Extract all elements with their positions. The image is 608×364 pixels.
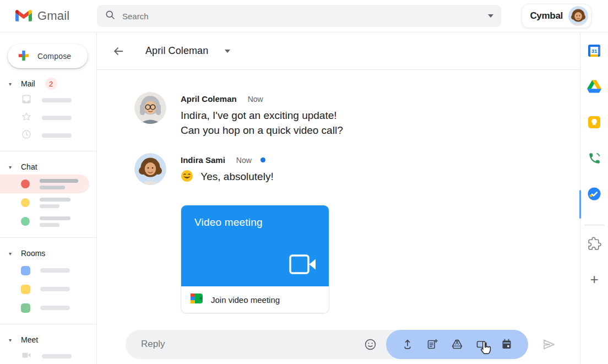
message-text-line: Can you hop on a quick video call? — [181, 123, 343, 138]
search-icon — [105, 9, 116, 23]
star-icon — [21, 111, 32, 124]
account-brand-name: Cymbal — [530, 10, 563, 21]
google-calendar-icon[interactable]: 31 — [587, 44, 601, 58]
apps-side-rail: 31 + — [580, 32, 608, 364]
emoji-button[interactable] — [361, 335, 379, 354]
skeleton-bar — [42, 116, 72, 120]
mail-section-label: Mail — [21, 79, 35, 88]
rail-divider — [584, 225, 604, 225]
message-time: Now — [236, 156, 252, 165]
mail-item-snoozed[interactable] — [0, 127, 96, 144]
video-meeting-card[interactable]: Video meeting — [181, 205, 329, 313]
upload-button[interactable] — [398, 335, 417, 354]
scrollbar-thumb[interactable] — [579, 190, 581, 219]
conversation-panel: April Coleman — [97, 32, 580, 364]
top-bar: Gmail Cymbal — [0, 0, 608, 32]
video-call-button[interactable] — [473, 335, 491, 354]
mail-item-inbox[interactable] — [0, 91, 96, 109]
chat-section-label: Chat — [21, 162, 37, 171]
send-button[interactable] — [539, 335, 558, 354]
search-options-chevron-icon[interactable] — [488, 14, 493, 18]
chat-item[interactable] — [0, 212, 96, 231]
room-item[interactable] — [0, 298, 96, 317]
skeleton-bar — [40, 287, 70, 291]
gmail-logo[interactable]: Gmail — [0, 9, 97, 24]
reply-field[interactable] — [126, 330, 528, 359]
meet-section-label: Meet — [21, 335, 38, 344]
phone-call-icon[interactable] — [587, 151, 601, 165]
skeleton-bar — [40, 223, 59, 227]
skeleton-bar — [40, 186, 65, 189]
room-item[interactable] — [0, 261, 96, 280]
message: April Coleman Now Indira, I've got an ex… — [134, 92, 580, 138]
google-drive-icon[interactable] — [587, 79, 601, 94]
video-camera-icon — [21, 350, 32, 363]
mail-item-starred[interactable] — [0, 109, 96, 127]
compose-button[interactable]: Compose — [8, 44, 88, 68]
chat-section-header[interactable]: ▾ Chat — [0, 159, 96, 175]
join-video-meeting-button[interactable]: Join video meeting — [181, 286, 329, 313]
skeleton-bar — [40, 268, 70, 273]
meet-section-header[interactable]: ▾ Meet — [0, 332, 96, 347]
search-bar[interactable] — [97, 5, 501, 27]
unread-dot — [260, 157, 265, 162]
skeleton-bar — [42, 354, 72, 358]
chat-avatar-green — [21, 217, 30, 226]
mail-section-header[interactable]: ▾ Mail 2 — [0, 76, 96, 91]
reply-input[interactable] — [141, 339, 361, 350]
sidebar-divider — [0, 151, 96, 151]
gmail-wordmark: Gmail — [37, 9, 69, 23]
conversation-title: April Coleman — [145, 45, 208, 57]
puzzle-addon-icon[interactable] — [587, 236, 601, 251]
message-text: Yes, absolutely! — [200, 171, 273, 182]
conversation-header: April Coleman — [97, 32, 580, 70]
chevron-down-icon: ▾ — [9, 81, 21, 87]
chat-item-selected[interactable] — [0, 175, 89, 193]
message-sender: Indira Sami — [181, 155, 225, 165]
add-panel-button[interactable]: + — [587, 272, 601, 286]
join-video-meeting-label: Join video meeting — [211, 295, 280, 305]
clock-icon — [21, 129, 32, 142]
skeleton-bar — [42, 133, 72, 138]
attachment-toolbar-highlight — [386, 330, 528, 359]
chevron-down-icon: ▾ — [9, 164, 21, 170]
room-avatar-blue — [21, 266, 30, 275]
skeleton-bar — [40, 204, 59, 208]
rooms-section-header[interactable]: ▾ Rooms — [0, 246, 96, 261]
grinning-emoji-icon — [181, 173, 196, 184]
message-sender: April Coleman — [181, 94, 237, 104]
new-document-button[interactable] — [423, 335, 442, 354]
left-sidebar: Compose ▾ Mail 2 ▾ Chat — [0, 32, 97, 364]
conversation-menu-chevron-icon[interactable] — [225, 50, 230, 53]
chevron-down-icon: ▾ — [9, 251, 21, 257]
room-avatar-yellow — [21, 285, 30, 294]
chat-avatar-yellow — [21, 198, 30, 207]
search-input[interactable] — [122, 12, 488, 21]
skeleton-bar — [40, 306, 70, 310]
back-button[interactable] — [109, 42, 128, 61]
message-list: April Coleman Now Indira, I've got an ex… — [97, 70, 580, 313]
avatar — [134, 153, 166, 185]
account-avatar — [568, 6, 588, 26]
plus-icon: + — [590, 272, 598, 286]
room-avatar-green — [21, 303, 30, 313]
inbox-icon — [21, 94, 32, 107]
google-keep-icon[interactable] — [587, 115, 601, 129]
skeleton-bar — [40, 198, 70, 202]
gmail-m-icon — [15, 9, 32, 24]
message: Indira Sami Now Yes, absolutely! — [134, 153, 580, 186]
account-button[interactable]: Cymbal — [522, 4, 591, 28]
google-tasks-icon[interactable] — [587, 187, 601, 201]
chat-item[interactable] — [0, 193, 96, 212]
room-item[interactable] — [0, 280, 96, 298]
video-camera-icon — [289, 254, 317, 276]
sidebar-divider — [0, 324, 96, 324]
message-text-line: Indira, I've got an exciting update! — [181, 108, 343, 123]
avatar — [134, 92, 166, 124]
meet-item[interactable] — [0, 347, 96, 364]
drive-attach-button[interactable] — [448, 335, 466, 354]
mail-unread-badge: 2 — [45, 78, 57, 90]
calendar-invite-button[interactable] — [497, 335, 516, 354]
google-meet-icon — [190, 292, 203, 307]
video-meeting-card-banner: Video meeting — [181, 205, 329, 286]
